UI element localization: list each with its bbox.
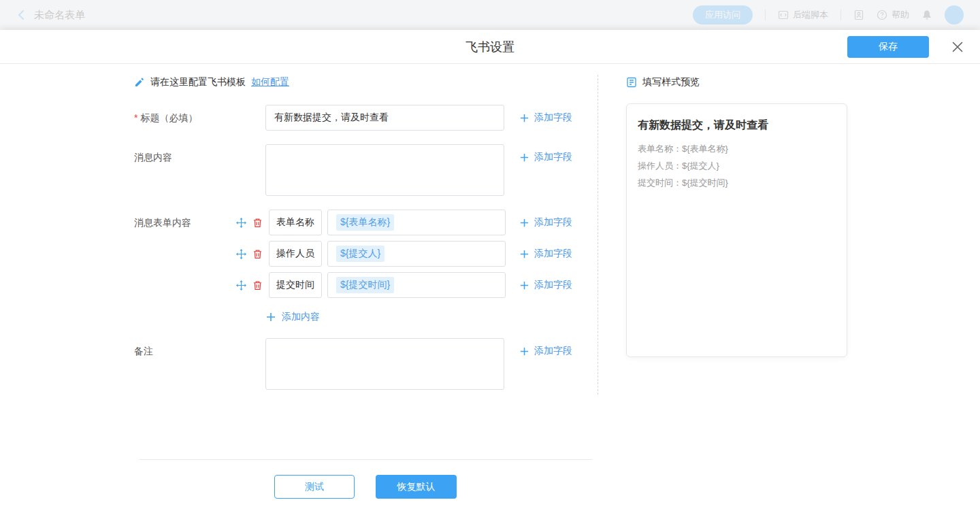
test-button[interactable]: 测试	[274, 475, 355, 499]
help-button[interactable]: 帮助	[877, 9, 909, 21]
plus-icon	[265, 312, 276, 322]
title-input[interactable]	[265, 105, 504, 131]
modal-body: 请在这里配置飞书模板 如何配置 *标题（必填） 添加字段 消息内容	[0, 64, 980, 514]
drag-move-icon[interactable]	[236, 280, 246, 290]
row-value-field[interactable]: ${表单名称}	[327, 210, 506, 235]
add-field-button-title[interactable]: 添加字段	[519, 105, 572, 131]
add-field-button-row1[interactable]: 添加字段	[519, 210, 572, 235]
add-field-button-message[interactable]: 添加字段	[519, 144, 572, 170]
add-field-button-row3[interactable]: 添加字段	[519, 272, 572, 298]
save-button[interactable]: 保存	[847, 36, 929, 58]
bell-icon[interactable]	[921, 10, 932, 20]
preview-header: 填写样式预览	[626, 75, 700, 90]
message-field-label: 消息内容	[134, 144, 172, 170]
field-token: ${表单名称}	[336, 214, 394, 231]
preview-card: 有新数据提交，请及时查看 表单名称：${表单名称} 操作人员：${提交人} 提交…	[626, 103, 847, 357]
background-topbar: 未命名表单 应用访问 后端脚本	[0, 0, 980, 30]
plus-icon	[519, 113, 529, 123]
form-content-row: ${提交人}	[236, 241, 506, 267]
back-chevron-icon[interactable]	[16, 10, 27, 20]
form-content-row: ${表单名称}	[236, 210, 506, 235]
plus-icon	[519, 280, 529, 290]
plus-icon	[519, 346, 529, 356]
footer-divider	[140, 459, 592, 460]
column-divider	[598, 75, 598, 395]
drag-move-icon[interactable]	[236, 218, 246, 228]
backend-script-button[interactable]: 后端脚本	[778, 9, 828, 21]
row-value-field[interactable]: ${提交人}	[327, 241, 506, 267]
form-content-label: 消息表单内容	[134, 210, 191, 235]
remark-textarea[interactable]	[265, 338, 504, 390]
plus-icon	[519, 218, 529, 228]
preview-line: 提交时间：${提交时间}	[638, 174, 836, 191]
row-value-field[interactable]: ${提交时间}	[327, 272, 506, 298]
title-field-label: *标题（必填）	[134, 105, 197, 131]
plus-icon	[519, 152, 529, 163]
form-title: 未命名表单	[34, 9, 85, 22]
app-access-button[interactable]: 应用访问	[693, 5, 753, 24]
app-window: 未命名表单 应用访问 后端脚本	[0, 0, 980, 515]
close-icon	[951, 40, 964, 54]
message-content-textarea[interactable]	[265, 144, 504, 196]
hint-text: 请在这里配置飞书模板	[150, 76, 246, 88]
form-content-row: ${提交时间}	[236, 272, 506, 298]
close-button[interactable]	[950, 39, 965, 54]
row-key-input[interactable]	[269, 272, 322, 298]
field-token: ${提交时间}	[336, 277, 394, 293]
plus-icon	[519, 249, 529, 259]
drag-move-icon[interactable]	[236, 249, 246, 259]
add-field-button-remark[interactable]: 添加字段	[519, 338, 572, 364]
delete-row-icon[interactable]	[252, 218, 263, 228]
delete-row-icon[interactable]	[252, 280, 263, 290]
pencil-icon	[134, 77, 145, 88]
user-avatar[interactable]	[945, 5, 964, 24]
topbar-divider	[765, 10, 766, 20]
field-token: ${提交人}	[336, 246, 385, 262]
modal-title: 飞书设置	[0, 30, 980, 64]
row-key-input[interactable]	[269, 210, 322, 235]
script-icon	[778, 10, 789, 20]
delete-row-icon[interactable]	[252, 249, 263, 259]
preview-line: 操作人员：${提交人}	[638, 157, 836, 174]
remark-field-label: 备注	[134, 338, 153, 364]
required-mark: *	[134, 112, 137, 123]
add-field-button-row2[interactable]: 添加字段	[519, 241, 572, 267]
preview-line: 表单名称：${表单名称}	[638, 140, 836, 157]
preview-card-title: 有新数据提交，请及时查看	[638, 118, 836, 133]
topbar-divider	[840, 10, 841, 20]
row-key-input[interactable]	[269, 241, 322, 267]
how-to-configure-link[interactable]: 如何配置	[251, 76, 289, 88]
restore-default-button[interactable]: 恢复默认	[376, 475, 457, 499]
add-content-button[interactable]: 添加内容	[265, 310, 320, 325]
id-badge-icon[interactable]	[853, 10, 864, 20]
template-hint: 请在这里配置飞书模板 如何配置	[134, 75, 289, 90]
question-circle-icon	[877, 10, 887, 20]
modal-header: 飞书设置 保存	[0, 30, 980, 64]
feishu-settings-modal: 飞书设置 保存 请在这里配置飞书模板 如何配置 *标题（必填）	[0, 30, 980, 515]
document-preview-icon	[626, 77, 637, 88]
